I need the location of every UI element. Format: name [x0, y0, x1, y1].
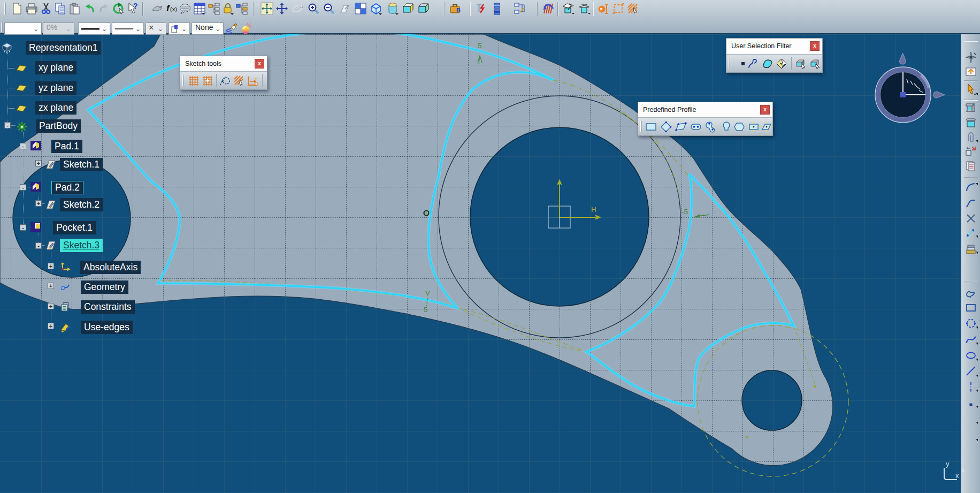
svg-text:x: x [955, 472, 959, 480]
svg-text:H: H [591, 206, 596, 214]
svg-text:5: 5 [478, 42, 482, 50]
svg-text:B: B [456, 7, 461, 13]
svg-text:y: y [946, 460, 950, 468]
svg-text:5: 5 [424, 306, 427, 314]
svg-text:-5: -5 [682, 208, 688, 216]
svg-text:V: V [425, 289, 430, 297]
svg-text:(x): (x) [170, 6, 177, 12]
svg-text:?: ? [133, 2, 138, 10]
